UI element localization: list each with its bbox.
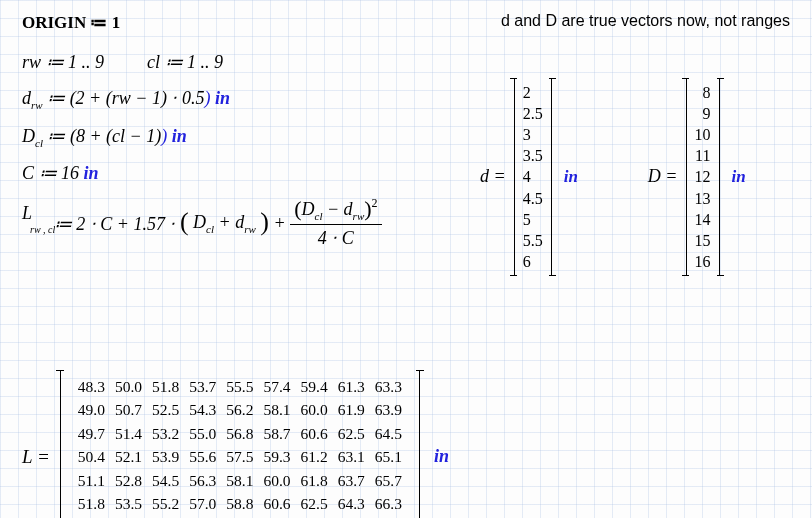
matrix-cell: 53.5 (111, 493, 146, 514)
vector-cell: 3 (523, 124, 543, 145)
matrix-cell: 56.8 (222, 423, 257, 444)
matrix-cell: 65.1 (371, 446, 406, 467)
vector-cell: 15 (695, 230, 711, 251)
range-cl: cl ≔ 1 .. 9 (147, 52, 223, 72)
matrix-cell: 53.9 (148, 446, 183, 467)
matrix-cell: 59.4 (297, 376, 332, 397)
vector-cell: 5 (523, 209, 543, 230)
vector-cell: 3.5 (523, 145, 543, 166)
matrix-cell: 53.2 (148, 423, 183, 444)
matrix-cell: 52.5 (148, 399, 183, 420)
unit-in: in (172, 126, 187, 146)
matrix-cell: 48.3 (74, 376, 109, 397)
matrix-cell: 58.1 (222, 470, 257, 491)
matrix-cell: 58.1 (259, 399, 294, 420)
vector-cell: 4 (523, 166, 543, 187)
matrix-row: 51.152.854.556.358.160.061.863.765.7 (74, 470, 406, 491)
matrix-cell: 57.5 (222, 446, 257, 467)
matrix-row: 50.452.153.955.657.559.361.263.165.1 (74, 446, 406, 467)
unit-in: in (564, 167, 578, 187)
matrix-cell: 58.8 (222, 493, 257, 514)
matrix-cell: 49.7 (74, 423, 109, 444)
vector-cell: 12 (695, 166, 711, 187)
matrix-cell: 51.8 (148, 376, 183, 397)
unit-in: in (215, 88, 230, 108)
unit-in: in (84, 163, 99, 183)
matrix-cell: 55.2 (148, 493, 183, 514)
vector-cell: 4.5 (523, 188, 543, 209)
matrix-row: 51.853.555.257.058.860.662.564.366.3 (74, 493, 406, 514)
vector-d-values: 22.533.544.555.56 (517, 78, 549, 276)
matrix-cell: 64.5 (371, 423, 406, 444)
matrix-cell: 61.2 (297, 446, 332, 467)
range-rw: rw ≔ 1 .. 9 (22, 52, 104, 72)
matrix-cell: 65.7 (371, 470, 406, 491)
unit-in: in (732, 167, 746, 187)
matrix-cell: 53.7 (185, 376, 220, 397)
vector-cell: 9 (695, 103, 711, 124)
matrix-cell: 61.9 (334, 399, 369, 420)
matrix-cell: 52.1 (111, 446, 146, 467)
matrix-cell: 49.0 (74, 399, 109, 420)
matrix-cell: 50.7 (111, 399, 146, 420)
vector-capital-d-values: 8910111213141516 (689, 78, 717, 276)
matrix-row: 48.350.051.853.755.557.459.461.363.3 (74, 376, 406, 397)
vector-cell: 2 (523, 82, 543, 103)
matrix-L-display: L = 48.350.051.853.755.557.459.461.363.3… (22, 370, 449, 518)
matrix-cell: 60.0 (297, 399, 332, 420)
matrix-row: 49.050.752.554.356.258.160.061.963.9 (74, 399, 406, 420)
vector-capital-d-display: D = 8910111213141516 in (648, 78, 746, 276)
matrix-cell: 57.4 (259, 376, 294, 397)
origin-definition: ORIGIN ≔ 1 (22, 12, 120, 33)
matrix-cell: 51.1 (74, 470, 109, 491)
matrix-cell: 60.0 (259, 470, 294, 491)
matrix-cell: 61.3 (334, 376, 369, 397)
unit-in: in (434, 446, 449, 467)
matrix-cell: 54.3 (185, 399, 220, 420)
matrix-cell: 63.7 (334, 470, 369, 491)
matrix-cell: 62.5 (334, 423, 369, 444)
matrix-cell: 60.6 (259, 493, 294, 514)
matrix-row: 49.751.453.255.056.858.760.662.564.5 (74, 423, 406, 444)
vector-cell: 13 (695, 188, 711, 209)
matrix-cell: 63.1 (334, 446, 369, 467)
matrix-cell: 51.4 (111, 423, 146, 444)
matrix-cell: 54.5 (148, 470, 183, 491)
matrix-cell: 55.0 (185, 423, 220, 444)
vector-cell: 2.5 (523, 103, 543, 124)
vector-cell: 8 (695, 82, 711, 103)
matrix-cell: 56.2 (222, 399, 257, 420)
matrix-cell: 52.8 (111, 470, 146, 491)
matrix-cell: 55.6 (185, 446, 220, 467)
matrix-cell: 60.6 (297, 423, 332, 444)
matrix-cell: 61.8 (297, 470, 332, 491)
matrix-cell: 51.8 (74, 493, 109, 514)
vector-cell: 10 (695, 124, 711, 145)
vector-cell: 14 (695, 209, 711, 230)
vector-d-display: d = 22.533.544.555.56 in (480, 78, 578, 276)
header-note: d and D are true vectors now, not ranges (501, 12, 790, 33)
vector-cell: 16 (695, 251, 711, 272)
matrix-cell: 59.3 (259, 446, 294, 467)
vector-cell: 6 (523, 251, 543, 272)
matrix-cell: 64.3 (334, 493, 369, 514)
matrix-cell: 66.3 (371, 493, 406, 514)
matrix-cell: 57.0 (185, 493, 220, 514)
vector-cell: 5.5 (523, 230, 543, 251)
matrix-cell: 50.0 (111, 376, 146, 397)
matrix-cell: 50.4 (74, 446, 109, 467)
matrix-cell: 56.3 (185, 470, 220, 491)
matrix-cell: 55.5 (222, 376, 257, 397)
vector-cell: 11 (695, 145, 711, 166)
matrix-cell: 58.7 (259, 423, 294, 444)
matrix-cell: 63.9 (371, 399, 406, 420)
matrix-cell: 63.3 (371, 376, 406, 397)
matrix-cell: 62.5 (297, 493, 332, 514)
